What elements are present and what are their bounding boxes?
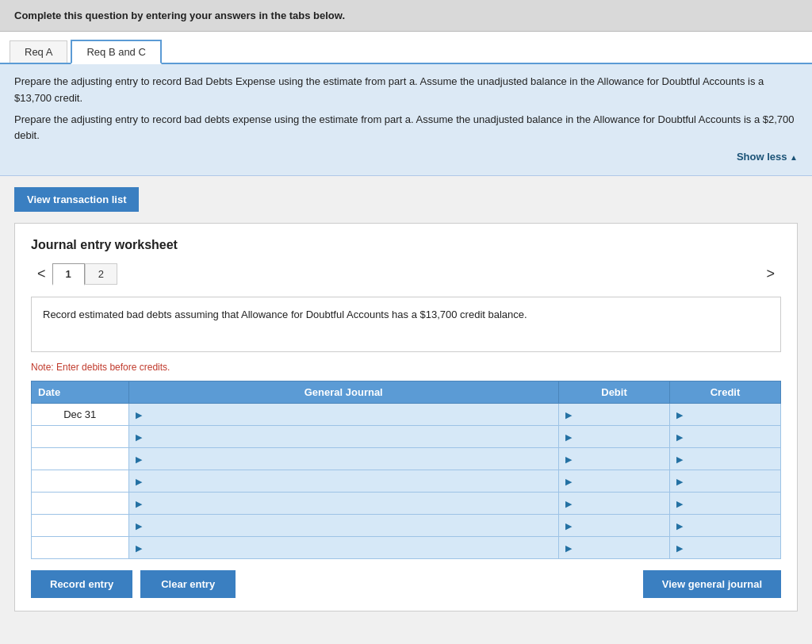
journal-table: Date General Journal Debit Credit Dec 31… — [31, 381, 781, 559]
pagination-prev-arrow[interactable]: < — [31, 264, 52, 284]
table-row-debit-1[interactable]: ▶ — [559, 425, 670, 447]
entry-description-box: Record estimated bad debts assuming that… — [31, 297, 781, 352]
table-row-debit-arrow-6: ▶ — [565, 543, 572, 553]
table-row-credit-arrow-4: ▶ — [676, 499, 683, 508]
table-row-credit-arrow-1: ▶ — [676, 432, 683, 442]
pagination-tab-1[interactable]: 1 — [52, 263, 85, 286]
table-row-date-0[interactable]: Dec 31 — [32, 403, 129, 425]
table-row-credit-arrow-5: ▶ — [676, 521, 683, 531]
col-header-general-journal: General Journal — [128, 381, 559, 403]
table-row-debit-arrow-4: ▶ — [565, 499, 572, 508]
tab-req-a[interactable]: Req A — [10, 40, 67, 63]
pagination: < 1 2 > — [31, 263, 781, 286]
table-row-debit-2[interactable]: ▶ — [559, 447, 670, 470]
table-row-debit-3[interactable]: ▶ — [559, 470, 670, 492]
worksheet-title: Journal entry worksheet — [31, 238, 781, 252]
bottom-buttons: Record entry Clear entry View general jo… — [31, 570, 781, 598]
col-header-credit: Credit — [670, 381, 781, 403]
table-row-date-5[interactable] — [32, 514, 129, 536]
table-row-general-journal-0[interactable]: ▶ — [128, 403, 559, 425]
description-paragraph-2: Prepare the adjusting entry to record ba… — [14, 112, 798, 145]
table-row-date-2[interactable] — [32, 447, 129, 470]
table-row-arrow-1: ▶ — [136, 432, 142, 442]
table-row-debit-arrow-0: ▶ — [565, 410, 572, 420]
description-box: Prepare the adjusting entry to record Ba… — [0, 64, 812, 176]
pagination-tab-2[interactable]: 2 — [85, 263, 117, 285]
view-general-journal-button[interactable]: View general journal — [643, 570, 781, 598]
show-less-link[interactable]: Show less ▲ — [14, 149, 798, 166]
table-row-general-journal-4[interactable]: ▶ — [128, 492, 559, 514]
worksheet-card: Journal entry worksheet < 1 2 > Record e… — [14, 223, 798, 611]
table-row-credit-3[interactable]: ▶ — [670, 470, 781, 492]
table-row-arrow-0: ▶ — [136, 410, 142, 420]
table-row-debit-4[interactable]: ▶ — [559, 492, 670, 514]
table-row-arrow-2: ▶ — [136, 454, 142, 464]
table-row-general-journal-5[interactable]: ▶ — [128, 514, 559, 536]
col-header-debit: Debit — [559, 381, 670, 403]
col-header-date: Date — [32, 381, 129, 403]
table-row-credit-5[interactable]: ▶ — [670, 514, 781, 536]
pagination-next-arrow[interactable]: > — [760, 264, 781, 284]
table-row-debit-arrow-1: ▶ — [565, 432, 572, 442]
show-less-label: Show less — [737, 151, 787, 163]
table-row-general-journal-1[interactable]: ▶ — [128, 425, 559, 447]
table-row-debit-0[interactable]: ▶ — [559, 403, 670, 425]
tab-req-b-c[interactable]: Req B and C — [71, 40, 161, 64]
table-row-arrow-6: ▶ — [136, 543, 142, 553]
table-row-date-3[interactable] — [32, 470, 129, 492]
table-row-date-4[interactable] — [32, 492, 129, 514]
table-row-credit-arrow-3: ▶ — [676, 477, 683, 486]
tab-bar: Req A Req B and C — [0, 32, 812, 64]
record-entry-button[interactable]: Record entry — [31, 570, 132, 598]
table-row-credit-0[interactable]: ▶ — [670, 403, 781, 425]
table-row-debit-6[interactable]: ▶ — [559, 536, 670, 558]
table-row-date-6[interactable] — [32, 536, 129, 558]
table-row-arrow-5: ▶ — [136, 521, 142, 531]
table-row-debit-5[interactable]: ▶ — [559, 514, 670, 536]
table-row-arrow-3: ▶ — [136, 477, 142, 486]
view-transaction-list-button[interactable]: View transaction list — [14, 187, 139, 212]
description-paragraph-1: Prepare the adjusting entry to record Ba… — [14, 74, 798, 107]
table-row-credit-arrow-2: ▶ — [676, 454, 683, 464]
table-row-credit-4[interactable]: ▶ — [670, 492, 781, 514]
table-row-general-journal-6[interactable]: ▶ — [128, 536, 559, 558]
table-row-credit-1[interactable]: ▶ — [670, 425, 781, 447]
table-row-debit-arrow-2: ▶ — [565, 454, 572, 464]
instruction-banner: Complete this question by entering your … — [0, 0, 812, 32]
table-row-general-journal-2[interactable]: ▶ — [128, 447, 559, 470]
table-row-general-journal-3[interactable]: ▶ — [128, 470, 559, 492]
clear-entry-button[interactable]: Clear entry — [140, 570, 236, 598]
table-row-credit-arrow-0: ▶ — [676, 410, 683, 420]
table-row-credit-2[interactable]: ▶ — [670, 447, 781, 470]
show-less-arrow-icon: ▲ — [790, 153, 798, 162]
table-row-debit-arrow-5: ▶ — [565, 521, 572, 531]
transaction-btn-area: View transaction list — [0, 176, 812, 223]
table-row-debit-arrow-3: ▶ — [565, 477, 572, 486]
table-row-credit-arrow-6: ▶ — [676, 543, 683, 553]
note-text: Note: Enter debits before credits. — [31, 362, 781, 373]
table-row-arrow-4: ▶ — [136, 499, 142, 508]
instruction-text: Complete this question by entering your … — [14, 10, 345, 21]
table-row-credit-6[interactable]: ▶ — [670, 536, 781, 558]
table-row-date-1[interactable] — [32, 425, 129, 447]
